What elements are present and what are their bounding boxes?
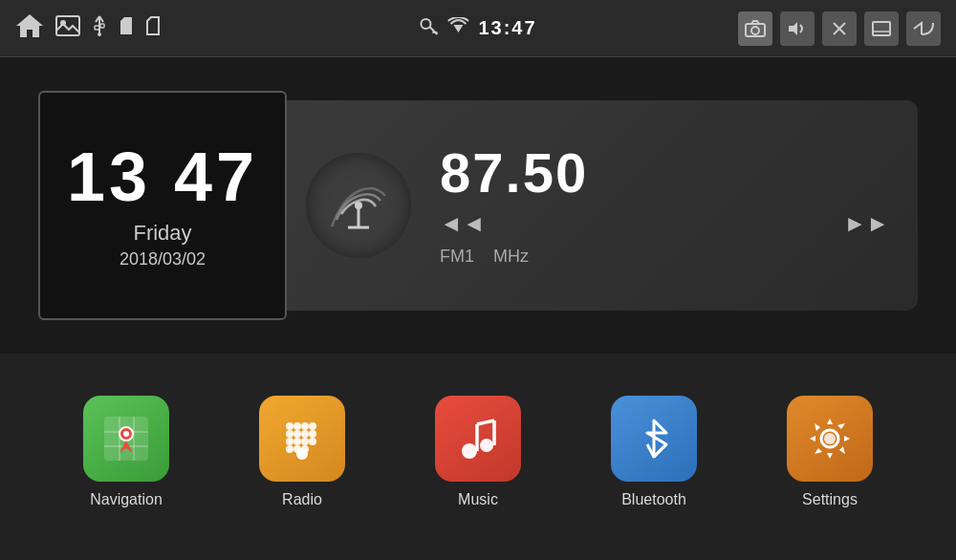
radio-label: Radio <box>282 491 322 508</box>
clock-day: Friday <box>133 221 191 246</box>
screencast-button[interactable] <box>864 11 899 46</box>
radio-navigation: ◄◄ ►► <box>440 210 889 237</box>
sdcard2-icon <box>145 15 161 41</box>
svg-point-35 <box>286 430 293 438</box>
radio-prev-button[interactable]: ◄◄ <box>440 210 486 237</box>
svg-line-50 <box>477 420 494 424</box>
close-button[interactable] <box>822 11 857 46</box>
svg-point-33 <box>301 422 309 430</box>
home-icon[interactable] <box>15 12 44 44</box>
status-center-icons: 13:47 <box>419 16 536 40</box>
status-bar: 13:47 <box>0 0 956 57</box>
clock-time: 13 47 <box>67 142 258 211</box>
app-radio[interactable]: Radio <box>259 396 345 508</box>
radio-icon <box>259 396 345 482</box>
back-button[interactable] <box>906 11 941 46</box>
svg-point-38 <box>309 430 316 438</box>
wifi-icon <box>447 17 468 39</box>
svg-point-42 <box>309 438 316 445</box>
main-content: 13 47 Friday 2018/03/02 87 <box>0 57 956 560</box>
svg-marker-16 <box>789 22 797 35</box>
bluetooth-label: Bluetooth <box>621 491 686 508</box>
clock-date: 2018/03/02 <box>120 249 206 269</box>
status-time: 13:47 <box>478 17 536 39</box>
svg-point-36 <box>293 430 301 438</box>
svg-marker-13 <box>453 25 463 32</box>
apps-area: Navigation <box>0 354 956 560</box>
radio-band: FM1 <box>440 247 474 267</box>
svg-point-41 <box>301 438 309 445</box>
settings-icon <box>787 396 873 482</box>
radio-widget[interactable]: 87.50 ◄◄ ►► FM1 MHz <box>277 100 918 311</box>
svg-point-30 <box>123 431 129 437</box>
radio-next-button[interactable]: ►► <box>843 210 889 237</box>
svg-point-48 <box>480 439 493 452</box>
volume-button[interactable] <box>780 11 815 46</box>
camera-button[interactable] <box>738 11 772 46</box>
svg-point-47 <box>462 443 477 459</box>
settings-label: Settings <box>802 491 858 508</box>
image-icon <box>55 15 80 41</box>
status-left-icons <box>15 12 161 44</box>
clock-widget: 13 47 Friday 2018/03/02 <box>38 91 287 320</box>
svg-point-34 <box>309 422 316 430</box>
svg-point-39 <box>286 438 293 445</box>
widget-area: 13 47 Friday 2018/03/02 87 <box>0 57 956 354</box>
radio-controls: 87.50 ◄◄ ►► FM1 MHz <box>440 145 889 267</box>
music-label: Music <box>458 491 498 508</box>
svg-point-55 <box>824 433 836 444</box>
usb-icon <box>92 14 107 42</box>
radio-info: FM1 MHz <box>440 247 529 267</box>
app-settings[interactable]: Settings <box>787 396 873 508</box>
svg-point-8 <box>98 32 101 36</box>
radio-unit: MHz <box>493 247 529 267</box>
bluetooth-icon <box>611 396 697 482</box>
navigation-icon <box>83 396 169 482</box>
svg-point-31 <box>286 422 293 430</box>
svg-point-23 <box>355 202 362 209</box>
app-music[interactable]: Music <box>435 396 521 508</box>
svg-line-52 <box>654 444 666 457</box>
svg-point-46 <box>296 448 308 460</box>
music-icon <box>435 396 521 482</box>
svg-point-40 <box>293 438 301 445</box>
sdcard1-icon <box>119 15 134 41</box>
svg-rect-6 <box>95 26 99 30</box>
svg-rect-19 <box>873 22 890 35</box>
svg-point-43 <box>286 445 293 453</box>
status-right-icons <box>738 11 941 46</box>
svg-point-32 <box>293 422 301 430</box>
svg-rect-7 <box>100 24 104 28</box>
key-icon <box>419 16 438 40</box>
app-navigation[interactable]: Navigation <box>83 396 169 508</box>
radio-antenna-icon <box>306 153 411 258</box>
svg-point-15 <box>751 27 759 34</box>
svg-marker-0 <box>16 14 43 37</box>
svg-point-37 <box>301 430 309 438</box>
navigation-label: Navigation <box>90 491 163 508</box>
app-bluetooth[interactable]: Bluetooth <box>611 396 697 508</box>
radio-frequency: 87.50 <box>440 145 588 201</box>
